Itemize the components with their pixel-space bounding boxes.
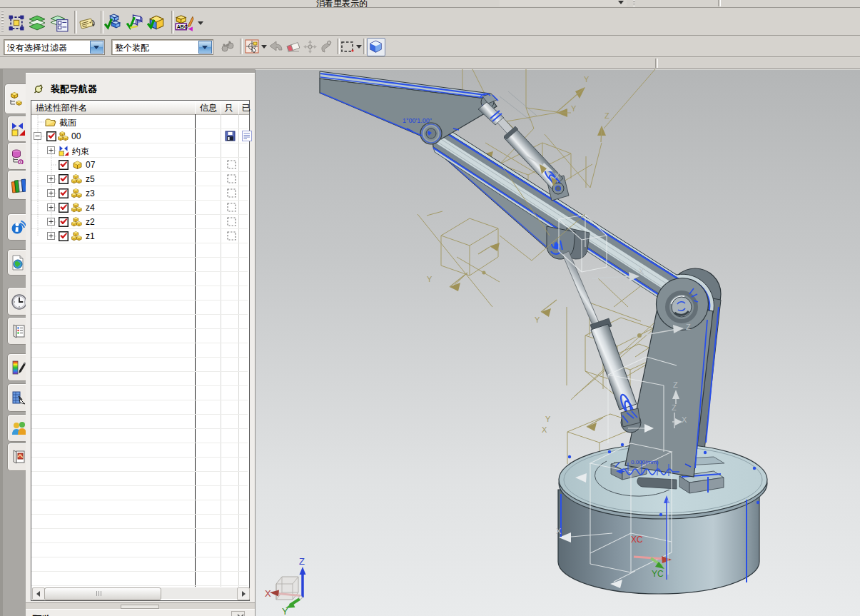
svg-text:Y: Y	[535, 315, 540, 324]
svg-text:Y: Y	[584, 75, 590, 84]
svg-text:X: X	[542, 425, 547, 434]
svg-text:Y: Y	[282, 606, 288, 616]
svg-text:X: X	[639, 267, 644, 276]
svg-text:YC: YC	[652, 569, 664, 579]
svg-text:Z: Z	[686, 323, 691, 331]
svg-text:Y: Y	[571, 104, 577, 113]
svg-text:1°00′1.00″: 1°00′1.00″	[403, 117, 432, 124]
svg-text:X: X	[265, 588, 271, 599]
svg-text:0.000(mm): 0.000(mm)	[631, 459, 659, 465]
svg-text:ABC: ABC	[177, 24, 188, 29]
svg-text:Z: Z	[299, 556, 305, 567]
svg-text:X: X	[682, 415, 687, 424]
svg-text:Z: Z	[673, 380, 678, 389]
svg-text:X: X	[555, 171, 560, 180]
svg-text:Z: Z	[672, 403, 677, 412]
svg-text:Y: Y	[545, 415, 551, 423]
svg-text:Y: Y	[427, 275, 432, 283]
svg-text:X: X	[556, 527, 562, 535]
svg-text:Z: Z	[604, 111, 609, 120]
svg-text:XC: XC	[631, 535, 643, 545]
